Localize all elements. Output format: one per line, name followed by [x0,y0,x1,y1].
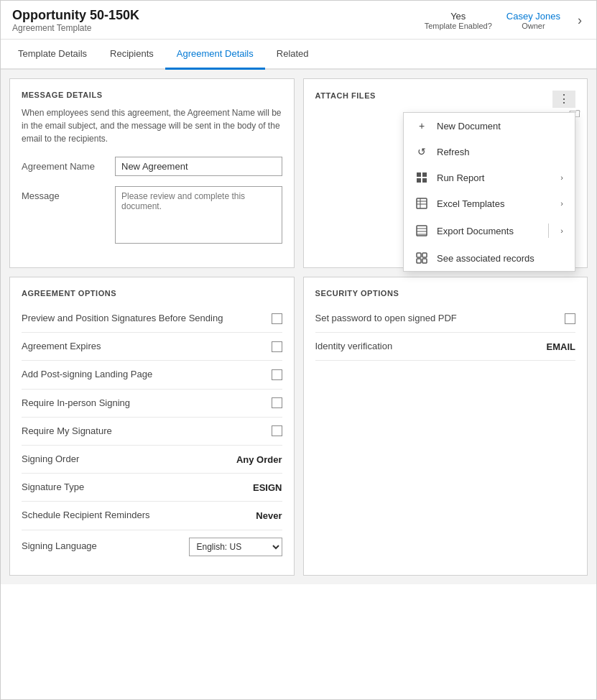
message-label: Message [22,186,115,201]
my-signature-checkbox[interactable] [272,425,282,436]
attach-files-header: ATTACH FILES ⋮ + New Document ↺ Refresh [315,91,576,108]
message-textarea-wrapper [115,186,282,246]
three-dots-container: ⋮ + New Document ↺ Refresh [552,91,575,108]
menu-item-refresh[interactable]: ↺ Refresh [404,139,575,165]
security-options-title: SECURITY OPTIONS [315,289,576,298]
password-checkbox[interactable] [565,313,575,324]
template-enabled-label: Template Enabled? [425,22,492,30]
post-signing-label: Add Post-signing Landing Page [22,368,272,381]
three-dots-button[interactable]: ⋮ [552,91,575,108]
tab-template-details[interactable]: Template Details [6,40,98,70]
password-label: Set password to open signed PDF [315,312,457,325]
message-details-panel: MESSAGE DETAILS When employees send this… [9,78,295,268]
agreement-name-input-wrapper [115,157,282,176]
identity-value: EMAIL [547,341,575,352]
agreement-name-row: Agreement Name [22,157,282,176]
option-row-signing-order: Signing Order Any Order [22,446,282,474]
language-label: Signing Language [22,540,189,553]
security-options-panel: SECURITY OPTIONS Set password to open si… [303,277,588,576]
tab-related[interactable]: Related [265,40,320,70]
svg-rect-0 [417,172,421,177]
owner-role: Owner [506,22,560,30]
excel-templates-label: Excel Templates [437,198,552,209]
language-select[interactable]: English: US English: UK French German Sp… [189,538,282,556]
context-menu: + New Document ↺ Refresh [403,112,575,272]
see-associated-icon [415,252,428,264]
option-row-preview: Preview and Position Signatures Before S… [22,305,282,333]
signature-type-label: Signature Type [22,481,253,494]
tab-recipients[interactable]: Recipients [98,40,165,70]
refresh-label: Refresh [437,147,563,157]
excel-templates-arrow: › [560,199,563,208]
option-row-reminders: Schedule Recipient Reminders Never [22,502,282,530]
template-enabled-value: Yes [425,11,492,22]
svg-rect-4 [417,198,427,208]
post-signing-checkbox[interactable] [272,369,282,380]
tab-bar: Template Details Recipients Agreement De… [1,40,596,70]
signing-order-value: Any Order [236,454,282,465]
svg-rect-3 [422,178,427,183]
svg-rect-14 [417,259,421,263]
agreement-name-input[interactable] [115,157,282,176]
agreement-name-label: Agreement Name [22,157,115,172]
header-right-section: Yes Template Enabled? Casey Jones Owner … [425,10,585,31]
message-details-title: MESSAGE DETAILS [22,91,282,99]
template-enabled-section: Yes Template Enabled? [425,11,492,30]
option-row-language: Signing Language English: US English: UK… [22,530,282,563]
main-content: MESSAGE DETAILS When employees send this… [1,70,596,584]
new-document-label: New Document [437,121,563,132]
message-description: When employees send this agreement, the … [22,106,282,145]
expand-button[interactable]: › [575,10,585,31]
page-title: Opportunity 50-150K [12,8,139,23]
export-documents-arrow: › [560,226,563,235]
security-row-password: Set password to open signed PDF [315,305,576,333]
signature-type-value: ESIGN [253,482,282,493]
export-documents-label: Export Documents [437,226,540,236]
identity-label: Identity verification [315,340,393,353]
reminders-value: Never [256,510,282,521]
in-person-checkbox[interactable] [272,397,282,408]
run-report-icon [415,172,428,183]
in-person-label: Require In-person Signing [22,397,272,410]
svg-rect-13 [422,253,427,257]
agreement-options-title: AGREEMENT OPTIONS [22,289,282,298]
reminders-label: Schedule Recipient Reminders [22,509,256,522]
svg-rect-12 [417,253,421,257]
option-row-post-signing: Add Post-signing Landing Page [22,361,282,389]
menu-item-new-document[interactable]: + New Document [404,113,575,139]
run-report-label: Run Report [437,172,552,183]
bottom-row: AGREEMENT OPTIONS Preview and Position S… [9,277,588,576]
run-report-arrow: › [560,173,563,182]
attach-files-panel: ATTACH FILES ⋮ + New Document ↺ Refresh [303,78,588,268]
refresh-icon: ↺ [415,146,428,157]
agreement-options-panel: AGREEMENT OPTIONS Preview and Position S… [9,277,295,576]
menu-item-run-report[interactable]: Run Report › [404,165,575,190]
export-divider [548,224,549,238]
see-associated-label: See associated records [437,253,563,264]
preview-checkbox[interactable] [272,313,282,324]
page-subtitle: Agreement Template [12,23,139,33]
owner-name[interactable]: Casey Jones [506,11,560,22]
option-row-in-person: Require In-person Signing [22,390,282,418]
tab-agreement-details[interactable]: Agreement Details [165,40,265,70]
attach-files-title: ATTACH FILES [315,91,376,100]
header: Opportunity 50-150K Agreement Template Y… [1,1,596,40]
header-title-section: Opportunity 50-150K Agreement Template [12,8,139,33]
message-row: Message [22,186,282,246]
signing-order-label: Signing Order [22,453,236,466]
message-textarea[interactable] [115,186,282,244]
owner-info-section: Casey Jones Owner [506,11,560,30]
new-document-icon: + [415,120,428,132]
menu-item-excel-templates[interactable]: Excel Templates › [404,190,575,216]
svg-rect-15 [422,259,427,263]
option-row-signature-type: Signature Type ESIGN [22,474,282,502]
my-signature-label: Require My Signature [22,425,272,438]
excel-templates-icon [415,198,428,209]
option-row-expires: Agreement Expires [22,333,282,361]
preview-label: Preview and Position Signatures Before S… [22,312,272,325]
menu-item-export-documents[interactable]: Export Documents › [404,216,575,245]
expires-label: Agreement Expires [22,340,272,353]
menu-item-see-associated[interactable]: See associated records [404,245,575,271]
expires-checkbox[interactable] [272,341,282,352]
svg-rect-2 [417,178,421,183]
